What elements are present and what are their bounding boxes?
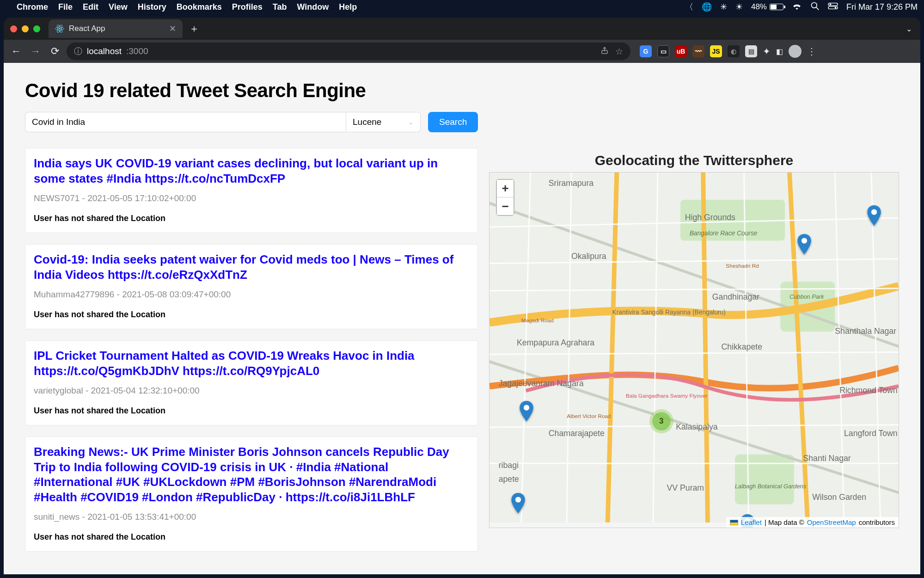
tab-close-icon[interactable]: ✕	[169, 24, 176, 34]
control-center-icon[interactable]	[828, 2, 838, 12]
result-title[interactable]: Breaking News:- UK Prime Minister Boris …	[34, 444, 469, 504]
map-cluster[interactable]: 3	[652, 412, 671, 430]
map-marker[interactable]	[520, 401, 533, 421]
svg-text:Bala Gangadhara Swamy Flyover: Bala Gangadhara Swamy Flyover	[626, 393, 707, 399]
svg-text:Jagajeevanram Nagara: Jagajeevanram Nagara	[499, 379, 584, 388]
menubar-item-tab[interactable]: Tab	[273, 2, 287, 12]
site-info-icon[interactable]: ⓘ	[74, 46, 82, 57]
svg-text:Richmond Town: Richmond Town	[839, 386, 898, 395]
globe-icon[interactable]: 🌐	[702, 2, 712, 12]
result-location: User has not shared the Location	[34, 406, 469, 416]
menubar-item-edit[interactable]: Edit	[83, 2, 98, 12]
svg-text:Cubbon Park: Cubbon Park	[789, 293, 824, 300]
browser-tab[interactable]: React App ✕	[49, 19, 183, 38]
svg-text:High Grounds: High Grounds	[685, 213, 735, 222]
svg-text:apete: apete	[499, 474, 519, 484]
macos-menubar: Chrome File Edit View History Bookmarks …	[0, 0, 924, 14]
map-marker[interactable]	[511, 493, 525, 513]
window-minimize-button[interactable]	[22, 25, 29, 32]
address-host: localhost	[87, 46, 122, 56]
extension-wave[interactable]: 〰	[692, 45, 704, 57]
react-favicon-icon	[55, 24, 64, 33]
svg-text:Kalasipalya: Kalasipalya	[676, 422, 718, 431]
address-bar[interactable]: ⓘ localhost:3000 ☆	[67, 43, 630, 60]
profile-avatar[interactable]	[789, 45, 802, 58]
svg-text:Lalbagh Botanical Gardens: Lalbagh Botanical Gardens	[735, 483, 807, 490]
spotlight-icon[interactable]	[810, 1, 820, 13]
bookmark-star-icon[interactable]: ☆	[615, 46, 623, 57]
menubar-item-file[interactable]: File	[58, 2, 73, 12]
share-icon[interactable]	[600, 46, 609, 57]
menubar-item-window[interactable]: Window	[297, 2, 329, 12]
menubar-datetime[interactable]: Fri Mar 17 9:26 PM	[846, 2, 918, 12]
engine-select[interactable]: Lucene ⌄	[346, 112, 421, 132]
nav-forward-button[interactable]: →	[28, 43, 43, 59]
brightness-icon[interactable]: ☀	[735, 2, 743, 12]
address-port: :3000	[126, 46, 148, 56]
menubar-app-name[interactable]: Chrome	[17, 2, 48, 12]
map-marker[interactable]	[797, 234, 811, 254]
window-fullscreen-button[interactable]	[33, 25, 40, 32]
wifi-icon[interactable]	[792, 2, 802, 12]
extensions-menu-icon[interactable]: ✦	[763, 46, 771, 57]
map-attribution: Leaflet | Map data © OpenStreetMap contr…	[726, 517, 899, 528]
tabs-dropdown-icon[interactable]: ⌄	[906, 25, 912, 33]
result-meta: Muhamma42779896 - 2021-05-08 03:09:47+00…	[34, 289, 469, 300]
results-list: India says UK COVID-19 variant cases dec…	[25, 148, 478, 552]
sidepanel-icon[interactable]: ◧	[776, 47, 783, 56]
new-tab-button[interactable]: ＋	[189, 22, 199, 36]
leaflet-map[interactable]: Sriramapura High Grounds Bangalore Race …	[489, 172, 899, 528]
result-meta: varietyglobal - 2021-05-04 12:32:10+00:0…	[34, 386, 469, 396]
svg-point-0	[811, 2, 817, 8]
svg-rect-14	[735, 455, 794, 504]
result-title[interactable]: Covid-19: India seeks patent waiver for …	[34, 252, 469, 282]
chrome-menu-icon[interactable]: ⋮	[807, 46, 817, 57]
svg-text:Kempapura Agrahara: Kempapura Agrahara	[517, 338, 594, 347]
extension-google[interactable]: G	[640, 45, 652, 57]
svg-text:Gandhinagar: Gandhinagar	[712, 292, 759, 301]
svg-text:Shanthala Nagar: Shanthala Nagar	[835, 326, 896, 336]
search-button[interactable]: Search	[428, 112, 478, 132]
menubar-item-history[interactable]: History	[138, 2, 166, 12]
svg-text:Magadi Road: Magadi Road	[521, 317, 554, 323]
extension-dark[interactable]: ◐	[728, 45, 740, 57]
window-close-button[interactable]	[10, 25, 17, 32]
menubar-item-view[interactable]: View	[109, 2, 128, 12]
search-input[interactable]	[25, 112, 346, 132]
zoom-in-button[interactable]: +	[497, 180, 514, 197]
menubar-item-help[interactable]: Help	[339, 2, 357, 12]
nav-reload-button[interactable]: ⟳	[47, 43, 63, 59]
osm-link[interactable]: OpenStreetMap	[807, 518, 856, 526]
zoom-out-button[interactable]: −	[497, 197, 514, 215]
result-title[interactable]: IPL Cricket Tournament Halted as COVID-1…	[34, 348, 469, 378]
extension-js[interactable]: JS	[710, 45, 722, 57]
back-nav-icon[interactable]: 〈	[685, 1, 693, 12]
map-marker[interactable]	[867, 205, 881, 226]
extension-bar: G ▭ uB 〰 JS ◐ ▤ ✦ ◧ ⋮	[640, 45, 817, 58]
svg-text:Langford Town: Langford Town	[844, 429, 898, 438]
leaflet-link[interactable]: Leaflet	[741, 518, 762, 526]
result-location: User has not shared the Location	[34, 532, 469, 542]
extension-ublock[interactable]: uB	[675, 45, 687, 57]
chrome-toolbar: ← → ⟳ ⓘ localhost:3000 ☆ G ▭ uB 〰 JS ◐ ▤…	[4, 40, 920, 63]
window-controls	[10, 25, 40, 32]
svg-text:Sriramapura: Sriramapura	[549, 178, 594, 188]
bluetooth-icon[interactable]: ✳	[720, 2, 727, 12]
attribution-tail: contributors	[859, 518, 895, 526]
battery-status[interactable]: 48%	[751, 2, 783, 12]
result-title[interactable]: India says UK COVID-19 variant cases dec…	[34, 156, 469, 186]
result-location: User has not shared the Location	[34, 310, 469, 320]
result-card: Covid-19: India seeks patent waiver for …	[25, 244, 478, 329]
map-zoom-control: + −	[496, 179, 514, 216]
extension-note[interactable]: ▤	[745, 45, 757, 57]
svg-text:Sheshadri Rd: Sheshadri Rd	[726, 263, 759, 269]
tab-title: React App	[69, 24, 105, 33]
menubar-item-bookmarks[interactable]: Bookmarks	[177, 2, 222, 12]
extension-pip[interactable]: ▭	[657, 45, 669, 57]
menubar-item-profiles[interactable]: Profiles	[232, 2, 263, 12]
page-title: Covid 19 related Tweet Search Engine	[25, 80, 899, 102]
result-meta: NEWS7071 - 2021-05-05 17:10:02+00:00	[34, 193, 469, 203]
svg-point-40	[871, 209, 877, 215]
svg-point-4	[830, 3, 832, 5]
nav-back-button[interactable]: ←	[8, 43, 24, 59]
